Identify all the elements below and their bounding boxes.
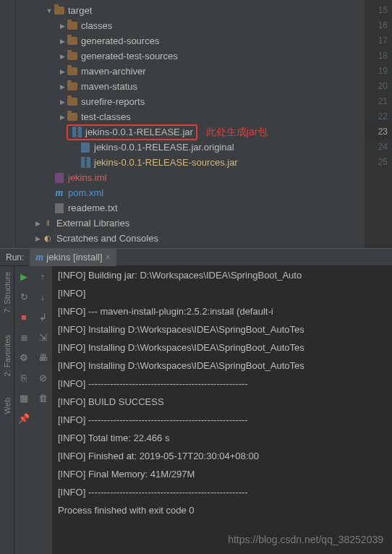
line-number: 21 bbox=[365, 94, 388, 109]
folder-icon bbox=[67, 66, 78, 77]
run-panel: Run: m jekins [install] × 7: Structure 2… bbox=[0, 248, 392, 554]
folder-target[interactable]: target bbox=[16, 3, 365, 18]
file-label: jekins-0.0.1-RELEASE-sources.jar bbox=[94, 157, 238, 168]
tab-structure[interactable]: 7: Structure bbox=[3, 272, 12, 313]
file-readme[interactable]: reademe.txt bbox=[16, 200, 365, 216]
exit-icon[interactable]: ⎘ bbox=[18, 372, 30, 383]
console-line: [INFO] ---------------------------------… bbox=[58, 375, 386, 393]
console-line: [INFO] Total time: 22.466 s bbox=[58, 429, 386, 447]
stop-icon[interactable]: ■ bbox=[18, 311, 30, 323]
project-tree: target classes generated-sources generat… bbox=[16, 0, 365, 248]
play-icon[interactable]: ▶ bbox=[18, 270, 30, 282]
chevron-right-icon[interactable] bbox=[58, 83, 67, 90]
folder-test-classes[interactable]: test-classes bbox=[16, 109, 365, 124]
console-line: [INFO] ---------------------------------… bbox=[58, 483, 386, 501]
run-toolbar-left: ▶ ↻ ■ ≣ ⚙ ⎘ ▦ 📌 bbox=[14, 266, 33, 554]
tab-web[interactable]: Web bbox=[3, 398, 12, 414]
folder-label: surefire-reports bbox=[81, 96, 145, 107]
chevron-right-icon[interactable] bbox=[33, 220, 42, 227]
console-line: [INFO] BUILD SUCCESS bbox=[58, 393, 386, 411]
file-release-jar[interactable]: jekins-0.0.1-RELEASE.jar 此处生成jar包 bbox=[16, 124, 365, 140]
chevron-right-icon[interactable] bbox=[58, 53, 67, 60]
line-number: 18 bbox=[365, 48, 388, 64]
chevron-right-icon[interactable] bbox=[58, 98, 67, 106]
trash-icon[interactable]: 🗑 bbox=[37, 392, 48, 404]
file-jar-original[interactable]: jekins-0.0.1-RELEASE.jar.original bbox=[16, 140, 365, 155]
line-number: 24 bbox=[365, 140, 388, 155]
run-header: Run: m jekins [install] × bbox=[0, 248, 392, 266]
run-tab[interactable]: m jekins [install] × bbox=[30, 248, 116, 266]
console-output[interactable]: [INFO] Building jar: D:\Workspaces\IDEA\… bbox=[52, 266, 392, 554]
folder-icon bbox=[67, 35, 78, 47]
folder-classes[interactable]: classes bbox=[16, 18, 365, 33]
folder-maven-archiver[interactable]: maven-archiver bbox=[16, 64, 365, 79]
file-label: jekins-0.0.1-RELEASE.jar.original bbox=[94, 142, 234, 153]
down-icon[interactable]: ↓ bbox=[37, 291, 48, 302]
folder-label: classes bbox=[81, 20, 112, 31]
run-tab-label: jekins [install] bbox=[46, 252, 102, 263]
line-number: 25 bbox=[365, 155, 388, 170]
file-sources-jar[interactable]: jekins-0.0.1-RELEASE-sources.jar bbox=[16, 155, 365, 170]
maven-icon: m bbox=[35, 252, 43, 263]
settings-icon[interactable]: ⚙ bbox=[18, 351, 30, 363]
file-icon bbox=[80, 142, 91, 153]
folder-maven-status[interactable]: maven-status bbox=[16, 79, 365, 94]
console-line: [INFO] bbox=[58, 284, 386, 302]
rerun-icon[interactable]: ↻ bbox=[18, 291, 30, 302]
scroll-icon[interactable]: ⇲ bbox=[37, 331, 48, 343]
folder-icon bbox=[54, 5, 65, 17]
run-body: 7: Structure 2: Favorites Web ▶ ↻ ■ ≣ ⚙ … bbox=[0, 266, 392, 554]
pin-icon[interactable]: 📌 bbox=[18, 412, 30, 424]
line-number: 23 bbox=[365, 124, 392, 140]
chevron-right-icon[interactable] bbox=[58, 114, 67, 121]
scratch-icon: ◐ bbox=[42, 233, 54, 244]
folder-surefire-reports[interactable]: surefire-reports bbox=[16, 94, 365, 109]
console-line: Process finished with exit code 0 bbox=[58, 501, 386, 519]
chevron-right-icon[interactable] bbox=[58, 22, 67, 30]
file-label: jekins.iml bbox=[68, 172, 106, 183]
line-number: 15 bbox=[365, 3, 388, 18]
archive-icon bbox=[71, 127, 82, 138]
line-number: 20 bbox=[365, 79, 388, 94]
highlight-box: jekins-0.0.1-RELEASE.jar bbox=[67, 124, 197, 140]
run-toolbar-right: ↑ ↓ ↲ ⇲ 🖶 ⊘ 🗑 bbox=[33, 266, 52, 554]
top-section: target classes generated-sources generat… bbox=[0, 0, 392, 248]
folder-label: target bbox=[68, 5, 92, 16]
up-icon[interactable]: ↑ bbox=[37, 270, 48, 282]
console-line: [INFO] --- maven-install-plugin:2.5.2:in… bbox=[58, 302, 386, 320]
external-libraries[interactable]: ⫴External Libraries bbox=[16, 216, 365, 231]
folder-label: test-classes bbox=[81, 111, 131, 122]
console-line: [INFO] Installing D:\Workspaces\IDEA\Spr… bbox=[58, 320, 386, 338]
file-label: jekins-0.0.1-RELEASE.jar bbox=[85, 127, 193, 137]
chevron-right-icon[interactable] bbox=[58, 38, 67, 45]
library-icon: ⫴ bbox=[42, 218, 54, 229]
scratches-consoles[interactable]: ◐Scratches and Consoles bbox=[16, 231, 365, 246]
folder-generated-test-sources[interactable]: generated-test-sources bbox=[16, 48, 365, 64]
line-number: 22 bbox=[365, 109, 388, 124]
clear-icon[interactable]: ⊘ bbox=[37, 372, 48, 383]
chevron-right-icon[interactable] bbox=[33, 235, 42, 242]
annotation-text: 此处生成jar包 bbox=[206, 126, 268, 139]
line-number: 19 bbox=[365, 64, 388, 79]
print-icon[interactable]: 🖶 bbox=[37, 351, 48, 363]
folder-generated-sources[interactable]: generated-sources bbox=[16, 33, 365, 48]
console-line: [INFO] Installing D:\Workspaces\IDEA\Spr… bbox=[58, 357, 386, 375]
watermark: https://blog.csdn.net/qq_38252039 bbox=[228, 534, 383, 545]
folder-icon bbox=[67, 51, 78, 62]
folder-icon bbox=[67, 20, 78, 32]
tab-favorites[interactable]: 2: Favorites bbox=[3, 335, 12, 376]
folder-icon bbox=[67, 111, 78, 123]
wrap-icon[interactable]: ↲ bbox=[37, 311, 48, 323]
side-tabs: 7: Structure 2: Favorites Web bbox=[0, 266, 14, 554]
console-line: [INFO] Final Memory: 41M/297M bbox=[58, 465, 386, 483]
chevron-right-icon[interactable] bbox=[58, 68, 67, 75]
folder-label: maven-status bbox=[81, 81, 137, 92]
maven-icon: m bbox=[54, 187, 65, 199]
left-margin bbox=[0, 0, 16, 248]
close-icon[interactable]: × bbox=[106, 252, 111, 263]
chevron-down-icon[interactable] bbox=[45, 7, 54, 14]
file-pom[interactable]: mpom.xml bbox=[16, 185, 365, 200]
dump-icon[interactable]: ≣ bbox=[18, 331, 30, 343]
file-iml[interactable]: jekins.iml bbox=[16, 170, 365, 185]
layout-icon[interactable]: ▦ bbox=[18, 392, 30, 404]
